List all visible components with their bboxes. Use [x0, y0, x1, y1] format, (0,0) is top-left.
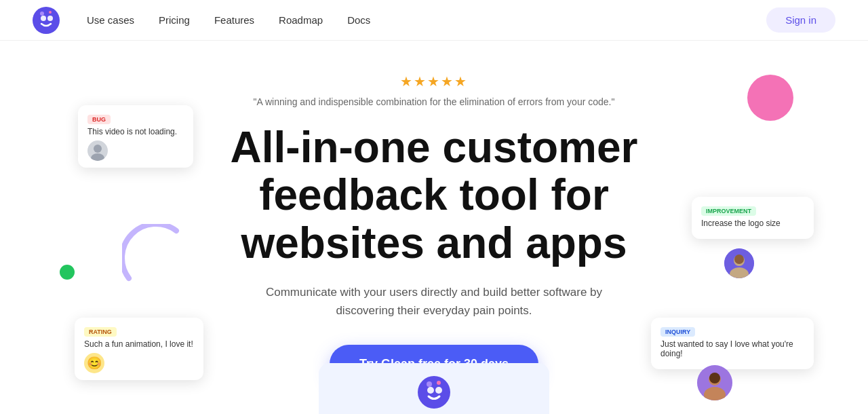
- star-rating: ★★★★★: [400, 73, 468, 90]
- sign-in-button[interactable]: Sign in: [766, 7, 835, 33]
- inquiry-avatar: [697, 365, 732, 400]
- svg-point-1: [41, 16, 46, 21]
- svg-point-11: [734, 255, 744, 264]
- svg-point-2: [47, 16, 53, 21]
- bug-card-avatar: [87, 140, 108, 161]
- svg-point-0: [33, 7, 60, 34]
- hero-title: All-in-one customer feedback tool for we…: [203, 124, 665, 267]
- preview-logo: [418, 376, 450, 409]
- svg-point-19: [427, 381, 432, 387]
- svg-point-15: [709, 373, 720, 383]
- svg-point-20: [437, 381, 441, 385]
- nav-features[interactable]: Features: [214, 14, 254, 26]
- nav-docs[interactable]: Docs: [347, 14, 370, 26]
- preview-card: [319, 363, 549, 414]
- nav-pricing[interactable]: Pricing: [159, 14, 190, 26]
- rating-card-avatar: 😊: [84, 353, 104, 373]
- rating-card-text: Such a fun animation, I love it!: [84, 339, 194, 349]
- svg-point-4: [49, 11, 52, 14]
- rating-feedback-card: RATING Such a fun animation, I love it! …: [75, 318, 203, 380]
- svg-point-18: [435, 387, 442, 394]
- hero-subtitle: Communicate with your users directly and…: [264, 283, 604, 320]
- nav-right: Sign in: [766, 7, 835, 33]
- svg-point-17: [427, 387, 434, 394]
- rating-badge: RATING: [84, 327, 117, 337]
- nav-roadmap[interactable]: Roadmap: [279, 14, 323, 26]
- svg-point-16: [418, 376, 450, 409]
- inquiry-card-text: Just wanted to say I love what you're do…: [660, 339, 804, 358]
- svg-point-3: [40, 12, 44, 16]
- pink-circle-decoration: [747, 75, 793, 121]
- navbar: Use cases Pricing Features Roadmap Docs …: [0, 0, 868, 41]
- nav-use-cases[interactable]: Use cases: [87, 14, 134, 26]
- nav-links: Use cases Pricing Features Roadmap Docs: [87, 14, 766, 26]
- svg-point-6: [94, 145, 102, 153]
- bug-badge: BUG: [87, 115, 111, 124]
- hero-tagline: "A winning and indispensible combination…: [254, 96, 615, 107]
- purple-arc-decoration: [122, 224, 183, 285]
- logo[interactable]: [33, 7, 60, 34]
- inquiry-badge: INQUIRY: [660, 327, 695, 337]
- inquiry-feedback-card: INQUIRY Just wanted to say I love what y…: [651, 318, 814, 369]
- bug-feedback-card: BUG This video is not loading.: [78, 105, 193, 168]
- green-circle-decoration: [60, 265, 75, 280]
- improvement-feedback-card: IMPROVEMENT Increase the logo size: [692, 197, 814, 239]
- improvement-badge: IMPROVEMENT: [701, 206, 756, 216]
- improvement-card-text: Increase the logo size: [701, 219, 804, 228]
- improvement-avatar: [724, 248, 754, 278]
- bug-card-text: This video is not loading.: [87, 127, 184, 136]
